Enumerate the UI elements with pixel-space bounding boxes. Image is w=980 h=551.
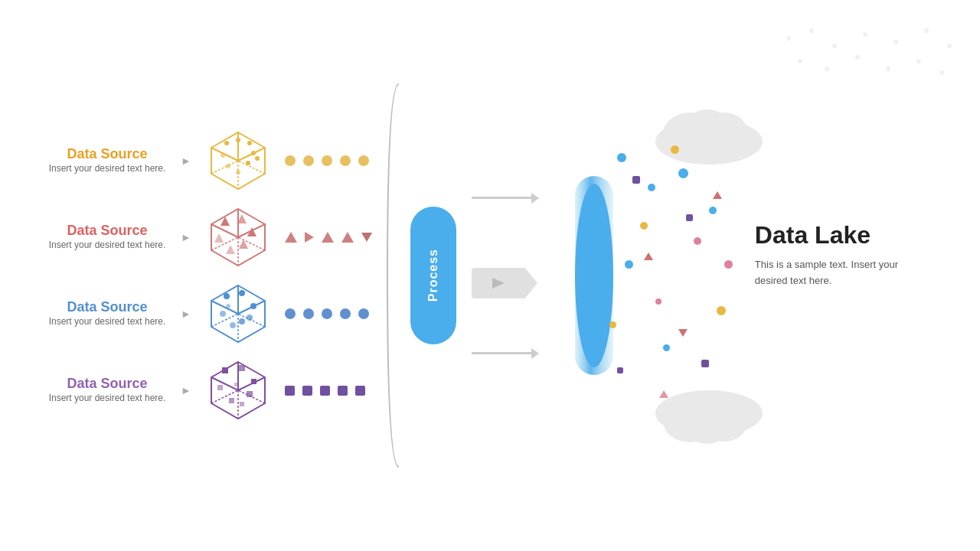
svg-line-6 [238, 161, 265, 174]
svg-point-15 [236, 170, 240, 174]
svg-point-39 [247, 315, 253, 321]
source-desc-2: Insert your desired text here. [46, 239, 168, 252]
bracket-section [380, 61, 403, 490]
svg-point-73 [863, 32, 867, 37]
source-row-1: Data Source Insert your desired text her… [46, 126, 372, 195]
svg-point-9 [247, 141, 252, 145]
svg-marker-26 [214, 233, 224, 243]
svg-marker-59 [492, 278, 505, 289]
svg-point-70 [786, 36, 791, 41]
svg-point-80 [886, 67, 890, 71]
source-desc-1: Insert your desired text here. [46, 162, 168, 175]
svg-point-74 [893, 40, 898, 44]
svg-line-5 [211, 161, 238, 174]
source-desc-4: Insert your desired text here. [46, 392, 168, 405]
shape-line-1 [285, 155, 369, 166]
arrow-line-bottom [472, 352, 533, 354]
chevron-icon-2: ► [181, 231, 191, 243]
svg-point-76 [947, 44, 952, 48]
svg-point-42 [239, 318, 245, 324]
svg-point-71 [809, 28, 814, 33]
arrows-section [472, 197, 533, 354]
svg-point-78 [825, 67, 829, 71]
svg-rect-53 [251, 379, 256, 384]
svg-point-72 [832, 44, 837, 48]
svg-point-13 [220, 153, 225, 158]
source-row-2: Data Source Insert your desired text her… [46, 203, 372, 272]
svg-point-38 [250, 303, 256, 309]
cube-2 [204, 203, 273, 272]
arrow-line-top [472, 197, 533, 199]
svg-point-77 [798, 59, 802, 64]
source-row-3: Data Source Insert your desired text her… [46, 279, 372, 348]
svg-line-46 [211, 377, 238, 390]
svg-point-41 [230, 322, 236, 328]
process-pill: Process [410, 207, 456, 344]
svg-point-79 [855, 55, 860, 60]
shape-line-3 [285, 308, 369, 319]
svg-rect-54 [217, 385, 223, 390]
source-label-2: Data Source Insert your desired text her… [46, 223, 168, 252]
svg-line-18 [211, 224, 238, 237]
svg-point-8 [236, 138, 240, 142]
svg-marker-27 [226, 245, 235, 254]
source-label-1: Data Source Insert your desired text her… [46, 146, 168, 175]
svg-point-10 [251, 151, 256, 155]
svg-point-36 [224, 293, 230, 299]
datalake-title: Data Lake [755, 221, 923, 249]
datalake-desc: This is a sample text. Insert your desir… [755, 257, 923, 289]
bg-dots-top [773, 23, 965, 138]
chevron-icon-3: ► [181, 308, 191, 320]
datalake-title-section: Data Lake This is a sample text. Insert … [755, 221, 923, 289]
svg-point-82 [939, 70, 944, 75]
source-label-3: Data Source Insert your desired text her… [46, 299, 168, 328]
svg-rect-57 [240, 402, 244, 406]
sources-section: Data Source Insert your desired text her… [46, 126, 372, 425]
shape-line-4 [285, 386, 365, 396]
source-title-4: Data Source [46, 376, 168, 392]
source-title-3: Data Source [46, 299, 168, 315]
source-label-4: Data Source Insert your desired text her… [46, 376, 168, 405]
arrow-1 [472, 197, 533, 199]
source-title-1: Data Source [46, 146, 168, 162]
svg-point-81 [916, 59, 921, 64]
process-label: Process [426, 249, 440, 302]
chevron-icon-1: ► [181, 155, 191, 167]
svg-point-12 [255, 156, 260, 161]
arrow-2-container [472, 268, 533, 298]
svg-rect-55 [247, 391, 253, 397]
shape-line-2 [285, 232, 372, 243]
chevron-icon-4: ► [181, 384, 191, 396]
source-desc-3: Insert your desired text here. [46, 315, 168, 328]
svg-point-75 [924, 28, 929, 33]
arrow-3 [472, 352, 533, 354]
svg-rect-56 [229, 398, 234, 403]
main-container: Data Source Insert your desired text her… [0, 0, 980, 551]
cube-3 [204, 279, 273, 348]
arrow-big [472, 268, 525, 298]
source-row-4: Data Source Insert your desired text her… [46, 356, 372, 425]
arrow-big-icon [489, 274, 508, 292]
bracket-svg [380, 61, 403, 490]
svg-point-14 [226, 164, 230, 168]
svg-rect-58 [234, 383, 238, 386]
svg-point-43 [226, 304, 230, 308]
svg-point-37 [239, 290, 245, 296]
datalake-section: Data Lake This is a sample text. Insert … [556, 84, 770, 467]
scatter-area [602, 107, 755, 444]
cube-4 [204, 356, 273, 425]
svg-point-40 [220, 311, 226, 317]
svg-rect-52 [239, 365, 245, 371]
svg-point-11 [246, 161, 250, 165]
svg-point-7 [224, 141, 229, 145]
svg-line-21 [211, 237, 238, 250]
cube-1 [204, 126, 273, 195]
source-title-2: Data Source [46, 223, 168, 239]
svg-rect-51 [222, 367, 228, 373]
